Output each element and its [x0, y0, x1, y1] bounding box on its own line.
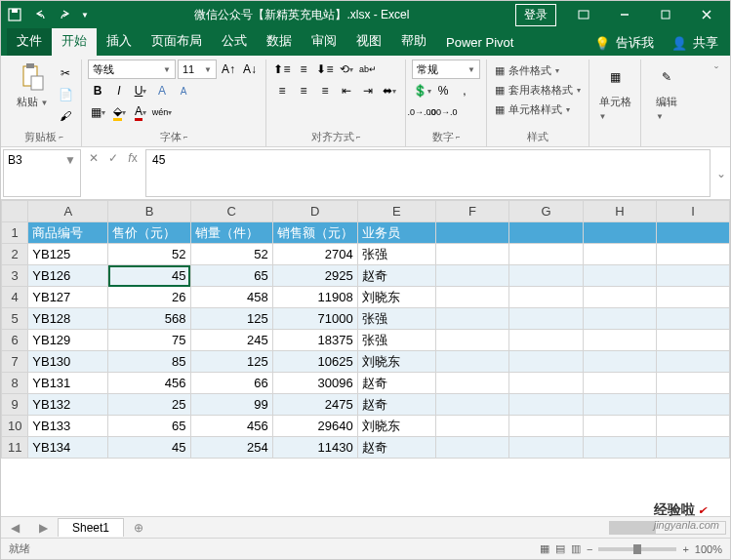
edit-button[interactable]: ✎编辑▼ [647, 60, 686, 123]
cell[interactable] [435, 330, 508, 351]
cell[interactable] [583, 437, 657, 459]
cell[interactable]: 张强 [357, 308, 435, 330]
cell[interactable] [583, 373, 657, 394]
cell[interactable]: 赵奇 [357, 265, 435, 287]
row-header[interactable]: 10 [2, 416, 28, 437]
cell[interactable]: 刘晓东 [357, 351, 435, 373]
col-header[interactable]: F [435, 201, 508, 222]
ribbon-options-icon[interactable] [564, 3, 603, 26]
cell[interactable]: 30096 [272, 373, 357, 394]
col-header[interactable]: B [108, 201, 190, 222]
cell[interactable]: 张强 [357, 330, 435, 351]
cell[interactable] [435, 265, 508, 287]
cell[interactable]: 2925 [272, 265, 357, 287]
align-left-icon[interactable]: ≡ [272, 81, 292, 100]
cell[interactable]: 75 [108, 330, 190, 351]
row-header[interactable]: 9 [2, 394, 28, 416]
cell[interactable]: 45 [108, 265, 190, 287]
cell[interactable]: 568 [108, 308, 190, 330]
row-header[interactable]: 2 [2, 244, 28, 265]
row-header[interactable]: 1 [2, 222, 28, 244]
cell[interactable] [509, 373, 584, 394]
cell[interactable]: 2475 [272, 394, 357, 416]
cell[interactable]: YB134 [28, 437, 108, 459]
cell[interactable]: 2704 [272, 244, 357, 265]
header-cell[interactable]: 销售额（元） [272, 222, 357, 244]
font-big-a[interactable]: A [152, 81, 172, 100]
fill-color-icon[interactable]: ⬙▾ [109, 102, 129, 122]
cell[interactable]: 张强 [357, 244, 435, 265]
align-top-icon[interactable]: ⬆≡ [272, 60, 292, 79]
redo-icon[interactable] [56, 5, 75, 24]
align-bot-icon[interactable]: ⬇≡ [315, 60, 335, 79]
cell[interactable]: 99 [190, 394, 272, 416]
cells-button[interactable]: ▦单元格▼ [595, 60, 634, 123]
tab-help[interactable]: 帮助 [391, 28, 436, 56]
cell[interactable]: 52 [190, 244, 272, 265]
cell[interactable] [583, 244, 657, 265]
cell[interactable]: 65 [108, 416, 190, 437]
col-header[interactable]: D [272, 201, 357, 222]
cell[interactable]: 125 [190, 351, 272, 373]
tab-file[interactable]: 文件 [7, 28, 52, 56]
header-cell[interactable]: 售价（元） [108, 222, 190, 244]
tab-home[interactable]: 开始 [52, 28, 97, 56]
row-header[interactable]: 6 [2, 330, 28, 351]
dec-decimal-icon[interactable]: .00→.0 [433, 102, 453, 122]
cell[interactable] [435, 287, 508, 308]
cell[interactable]: 11430 [272, 437, 357, 459]
italic-button[interactable]: I [109, 81, 129, 100]
table-format-button[interactable]: ▦套用表格格式▾ [493, 81, 583, 99]
cell[interactable] [583, 394, 657, 416]
row-header[interactable]: 11 [2, 437, 28, 459]
cell[interactable]: YB126 [28, 265, 108, 287]
cell[interactable] [657, 244, 730, 265]
zoom-in-icon[interactable]: + [682, 543, 688, 555]
cell[interactable] [435, 373, 508, 394]
header-cell[interactable]: 销量（件） [190, 222, 272, 244]
cell[interactable]: 125 [190, 308, 272, 330]
zoom-out-icon[interactable]: − [587, 543, 592, 555]
cancel-icon[interactable]: ✕ [85, 151, 102, 165]
cell[interactable] [509, 244, 584, 265]
cell[interactable]: 赵奇 [357, 394, 435, 416]
font-small-a[interactable]: A [174, 81, 193, 100]
cell[interactable]: 赵奇 [357, 373, 435, 394]
font-size-combo[interactable]: 11▼ [178, 60, 217, 79]
cell[interactable] [583, 287, 657, 308]
cell[interactable]: 11908 [272, 287, 357, 308]
indent-inc-icon[interactable]: ⇥ [358, 81, 378, 100]
indent-dec-icon[interactable]: ⇤ [337, 81, 356, 100]
align-right-icon[interactable]: ≡ [315, 81, 335, 100]
cell[interactable]: 45 [108, 437, 190, 459]
header-cell[interactable] [509, 222, 584, 244]
cell[interactable] [583, 330, 657, 351]
fx-icon[interactable]: fx [124, 151, 142, 165]
cell[interactable]: 25 [108, 394, 190, 416]
font-name-combo[interactable]: 等线▼ [88, 60, 176, 79]
cell[interactable]: 66 [190, 373, 272, 394]
worksheet[interactable]: ABCDEFGHI1商品编号售价（元）销量（件）销售额（元）业务员2YB1255… [1, 200, 730, 516]
cell[interactable]: YB125 [28, 244, 108, 265]
cell[interactable]: 赵奇 [357, 437, 435, 459]
add-sheet-icon[interactable]: ⊕ [124, 521, 153, 535]
cell[interactable] [657, 416, 730, 437]
cell[interactable]: 18375 [272, 330, 357, 351]
cell[interactable] [435, 394, 508, 416]
col-header[interactable]: H [583, 201, 657, 222]
cell[interactable]: 456 [190, 416, 272, 437]
cell[interactable] [657, 351, 730, 373]
cell[interactable] [509, 394, 584, 416]
col-header[interactable]: E [357, 201, 435, 222]
cell[interactable] [509, 351, 584, 373]
row-header[interactable]: 8 [2, 373, 28, 394]
save-icon[interactable] [5, 5, 24, 24]
copy-icon[interactable]: 📄 [56, 85, 75, 104]
cell[interactable] [657, 287, 730, 308]
tab-nav-next[interactable]: ▶ [29, 521, 58, 535]
cell[interactable] [583, 308, 657, 330]
enter-icon[interactable]: ✓ [104, 151, 122, 165]
share-button[interactable]: 共享 [693, 34, 718, 52]
cut-icon[interactable]: ✂ [56, 63, 75, 83]
cell[interactable]: YB130 [28, 351, 108, 373]
